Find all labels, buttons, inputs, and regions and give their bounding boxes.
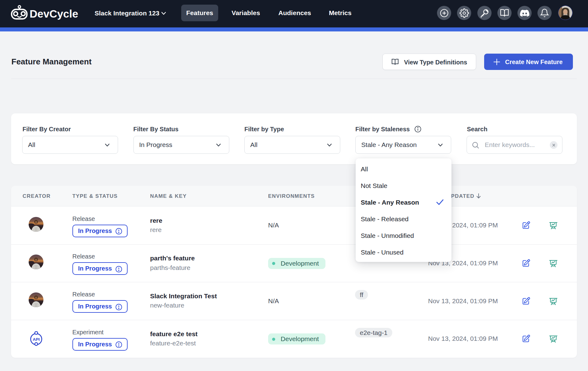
svg-text:API: API: [33, 337, 40, 341]
